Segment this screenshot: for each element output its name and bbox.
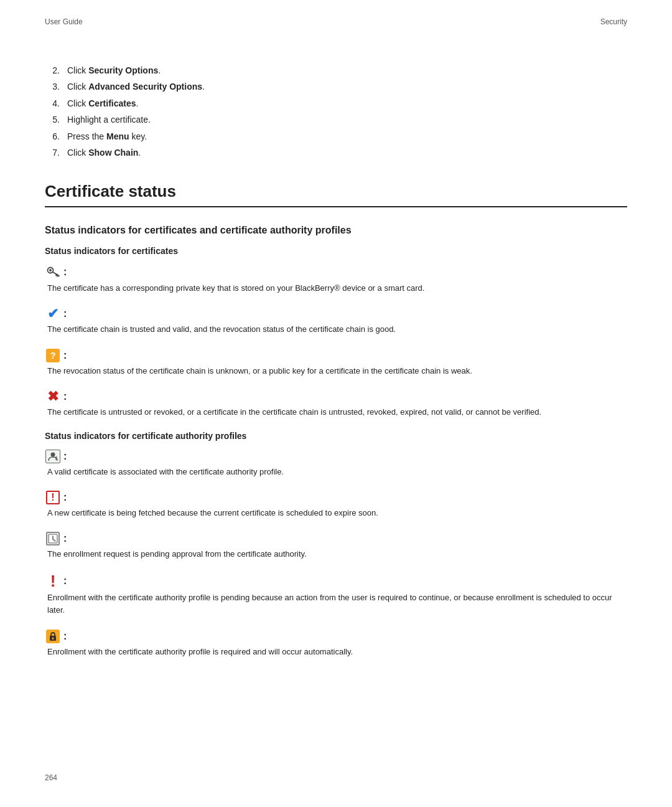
cert-indicator-question: ? : The revocation status of the certifi… [45, 349, 627, 377]
step-2: 2. Click Security Options. [45, 64, 627, 77]
ca-indicator-bang: ! : Enrollment with the certificate auth… [45, 573, 627, 616]
svg-line-3 [57, 275, 58, 276]
svg-line-4 [56, 274, 57, 276]
step-5: 5. Highlight a certificate. [45, 113, 627, 126]
ca-bang-desc: Enrollment with the certificate authorit… [45, 592, 627, 616]
step-7: 7. Click Show Chain. [45, 146, 627, 159]
key-icon [45, 265, 61, 280]
header-left: User Guide [45, 17, 83, 26]
step-4: 4. Click Certificates. [45, 97, 627, 110]
ca-excl-desc: A new certificate is being fetched becau… [45, 507, 627, 519]
cert-x-desc: The certificate is untrusted or revoked,… [45, 406, 627, 418]
ca-indicator-clock: : The enrollment request is pending appr… [45, 532, 627, 560]
ca-clock-desc: The enrollment request is pending approv… [45, 548, 627, 560]
ca-group-title: Status indicators for certificate author… [45, 431, 627, 441]
cert-check-desc: The certificate chain is trusted and val… [45, 323, 627, 336]
cert-indicator-check: ✔ : The certificate chain is trusted and… [45, 307, 627, 336]
ca-excl-icon: ! [45, 491, 61, 504]
cert-group-title: Status indicators for certificates [45, 246, 627, 256]
header-right: Security [600, 17, 627, 26]
cert-indicator-key: : The certificate has a corresponding pr… [45, 265, 627, 295]
svg-point-5 [51, 452, 55, 456]
bang-icon: ! [45, 573, 61, 589]
ca-lock-desc: Enrollment with the certificate authorit… [45, 646, 627, 658]
ca-indicator-valid: : A valid certificate is associated with… [45, 450, 627, 478]
lock-icon [45, 630, 61, 643]
subsection-title: Status indicators for certificates and c… [45, 225, 627, 236]
page-content: 2. Click Security Options. 3. Click Adva… [0, 26, 672, 708]
section-title: Certificate status [45, 182, 627, 207]
cert-key-desc: The certificate has a corresponding priv… [45, 282, 627, 295]
svg-point-11 [52, 637, 54, 639]
cert-indicator-x: ✖ : The certificate is untrusted or revo… [45, 390, 627, 418]
svg-point-1 [49, 269, 52, 271]
page-number: 264 [45, 773, 57, 782]
ca-valid-desc: A valid certificate is associated with t… [45, 466, 627, 478]
steps-list: 2. Click Security Options. 3. Click Adva… [45, 64, 627, 159]
x-icon: ✖ [45, 390, 61, 404]
check-icon: ✔ [45, 307, 61, 321]
page-footer: 264 [45, 773, 57, 782]
ca-indicator-excl: ! : A new certificate is being fetched b… [45, 491, 627, 519]
ca-valid-icon [45, 450, 61, 463]
cert-question-desc: The revocation status of the certificate… [45, 365, 627, 377]
ca-indicator-lock: : Enrollment with the certificate author… [45, 630, 627, 658]
step-6: 6. Press the Menu key. [45, 130, 627, 143]
question-icon: ? [45, 349, 61, 362]
step-3: 3. Click Advanced Security Options. [45, 80, 627, 93]
ca-clock-icon [45, 532, 61, 545]
page-header: User Guide Security [0, 0, 672, 26]
